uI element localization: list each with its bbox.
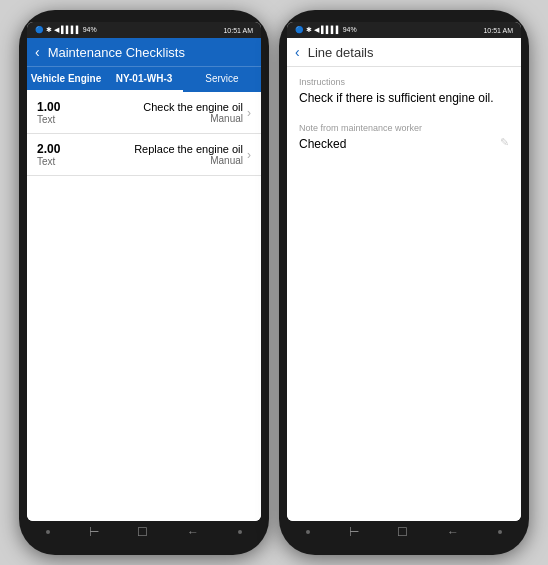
back-button-1[interactable]: ‹ xyxy=(35,44,40,60)
back-button-2[interactable]: ‹ xyxy=(295,44,300,60)
phone-2: 🔵 ✱ ◀ ▌▌▌▌ 94% 10:51 AM ‹ Line details I… xyxy=(279,10,529,555)
item-1-description: Check the engine oil Manual xyxy=(106,101,243,124)
item-2-number: 2.00 xyxy=(37,142,106,156)
tab-vehicle-engine[interactable]: Vehicle Engine xyxy=(27,67,105,92)
nav-recent-1[interactable]: ⊢ xyxy=(89,525,99,539)
app-header-1: ‹ Maintenance Checklists xyxy=(27,38,261,66)
note-section: Note from maintenance worker Checked ✎ xyxy=(299,123,509,153)
item-1-number: 1.00 xyxy=(37,100,106,114)
note-row: Checked ✎ xyxy=(299,136,509,153)
nav-back-1[interactable]: ← xyxy=(187,525,199,539)
status-bar-2: 🔵 ✱ ◀ ▌▌▌▌ 94% 10:51 AM xyxy=(287,22,521,38)
nav-home-2[interactable]: ☐ xyxy=(397,525,408,539)
tab-bar-1: Vehicle Engine NY-01-WH-3 Service xyxy=(27,66,261,92)
time-2: 10:51 AM xyxy=(483,27,513,34)
phone-2-bottom-bar: ⊢ ☐ ← xyxy=(287,521,521,543)
status-icons: ✱ ◀ ▌▌▌▌ 94% xyxy=(46,26,97,34)
note-label: Note from maintenance worker xyxy=(299,123,509,133)
status-icons-2: ✱ ◀ ▌▌▌▌ 94% xyxy=(306,26,357,34)
tab-service[interactable]: Service xyxy=(183,67,261,92)
item-2-description: Replace the engine oil Manual xyxy=(106,143,243,166)
note-value: Checked xyxy=(299,136,346,153)
instructions-value: Check if there is sufficient engine oil. xyxy=(299,90,509,107)
item-1-left: 1.00 Text xyxy=(37,100,106,125)
nav-dot-2b xyxy=(498,530,502,534)
status-left-1: 🔵 ✱ ◀ ▌▌▌▌ 94% xyxy=(35,26,97,34)
item-2-source: Manual xyxy=(106,155,243,166)
app-header-2: ‹ Line details xyxy=(287,38,521,67)
notification-icon-2: 🔵 xyxy=(295,26,304,34)
phone-1-screen: 🔵 ✱ ◀ ▌▌▌▌ 94% 10:51 AM ‹ Maintenance Ch… xyxy=(27,22,261,521)
nav-back-2[interactable]: ← xyxy=(447,525,459,539)
item-2-type: Text xyxy=(37,156,106,167)
notification-icon: 🔵 xyxy=(35,26,44,34)
item-1-source: Manual xyxy=(106,113,243,124)
nav-dot-2 xyxy=(306,530,310,534)
line-details-content: Instructions Check if there is sufficien… xyxy=(287,67,521,521)
nav-dot-1 xyxy=(46,530,50,534)
checklist-item-2[interactable]: 2.00 Text Replace the engine oil Manual … xyxy=(27,134,261,176)
checklist-content: 1.00 Text Check the engine oil Manual › … xyxy=(27,92,261,521)
instructions-section: Instructions Check if there is sufficien… xyxy=(299,77,509,107)
status-right-1: 10:51 AM xyxy=(223,27,253,34)
item-1-type: Text xyxy=(37,114,106,125)
nav-dot-1b xyxy=(238,530,242,534)
checklist-item-1[interactable]: 1.00 Text Check the engine oil Manual › xyxy=(27,92,261,134)
status-right-2: 10:51 AM xyxy=(483,27,513,34)
phone-1-bottom-bar: ⊢ ☐ ← xyxy=(27,521,261,543)
item-2-desc-text: Replace the engine oil xyxy=(106,143,243,155)
item-1-chevron: › xyxy=(247,106,251,120)
status-left-2: 🔵 ✱ ◀ ▌▌▌▌ 94% xyxy=(295,26,357,34)
app-title-2: Line details xyxy=(308,45,374,60)
phone-1: 🔵 ✱ ◀ ▌▌▌▌ 94% 10:51 AM ‹ Maintenance Ch… xyxy=(19,10,269,555)
phone-2-screen: 🔵 ✱ ◀ ▌▌▌▌ 94% 10:51 AM ‹ Line details I… xyxy=(287,22,521,521)
nav-recent-2[interactable]: ⊢ xyxy=(349,525,359,539)
item-1-desc-text: Check the engine oil xyxy=(106,101,243,113)
status-bar-1: 🔵 ✱ ◀ ▌▌▌▌ 94% 10:51 AM xyxy=(27,22,261,38)
item-2-chevron: › xyxy=(247,148,251,162)
item-2-left: 2.00 Text xyxy=(37,142,106,167)
app-title-1: Maintenance Checklists xyxy=(48,45,185,60)
instructions-label: Instructions xyxy=(299,77,509,87)
tab-ny01wh3[interactable]: NY-01-WH-3 xyxy=(105,67,183,92)
time-1: 10:51 AM xyxy=(223,27,253,34)
nav-home-1[interactable]: ☐ xyxy=(137,525,148,539)
edit-icon[interactable]: ✎ xyxy=(500,136,509,149)
